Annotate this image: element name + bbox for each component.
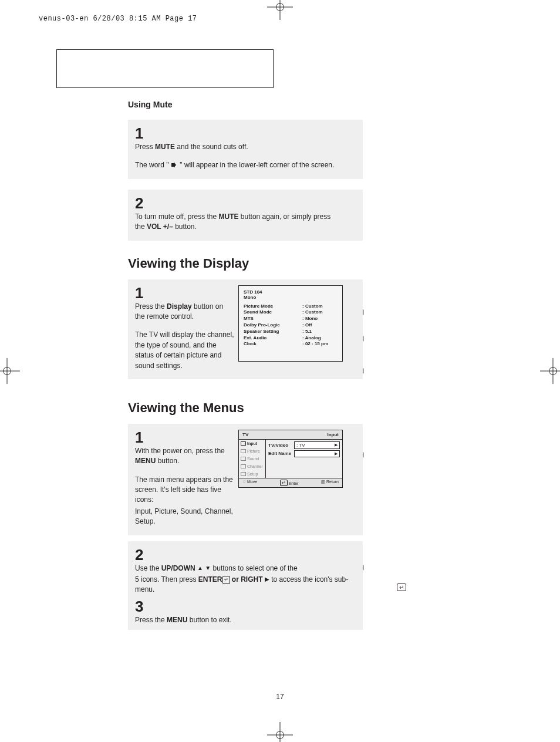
page-number: 17	[276, 693, 284, 701]
step-text: The TV will display the channel, the typ…	[135, 330, 235, 371]
tvshot-row: Dolby Pro-Logic: Off	[244, 322, 338, 329]
step-text: The main menu appears on the screen. It'…	[135, 475, 235, 505]
picture-icon	[241, 449, 246, 453]
menu-title-left: TV	[242, 432, 248, 437]
section-title-menus: Viewing the Menus	[128, 400, 363, 416]
menu-side-item: Setup	[239, 470, 265, 478]
tv-menu-screenshot: TV Input Input Picture Sound Channel Set…	[238, 430, 343, 488]
step-box: 1 Press MUTE and the sound cuts off. The…	[128, 120, 363, 179]
sound-icon	[241, 457, 246, 461]
step-box: 1 With the power on, press the MENU butt…	[128, 424, 363, 535]
step-box: 2 Use the UP/DOWN ▲ ▼ buttons to select …	[128, 541, 363, 630]
step-text: Use the UP/DOWN ▲ ▼ buttons to select on…	[135, 564, 356, 574]
crop-mark-right	[540, 358, 560, 384]
tvshot-row: Sound Mode: Custom	[244, 309, 338, 316]
menu-row: Edit Name ▶	[268, 450, 340, 457]
step-number: 1	[135, 430, 235, 445]
footer-return: ▥ Return	[321, 480, 339, 486]
right-arrow-icon: ▶	[335, 451, 338, 456]
setup-icon	[241, 472, 246, 476]
chapter-box	[56, 49, 274, 88]
tvshot-sound: Mono	[244, 295, 338, 300]
step-number: 3	[135, 599, 356, 614]
step-number: 1	[135, 285, 235, 301]
menu-side-item: Sound	[239, 455, 265, 463]
step-text: To turn mute off, press the MUTE button …	[135, 212, 335, 232]
enter-icon: ↵	[397, 584, 406, 591]
input-icon	[241, 441, 246, 446]
print-slug: venus-03-en 6/28/03 8:15 AM Page 17	[39, 15, 197, 23]
tvshot-row: Ext. Audio: Analog	[244, 335, 338, 342]
menu-sidebar: Input Picture Sound Channel Setup	[239, 440, 266, 478]
footer-move: ♢ Move	[242, 480, 257, 486]
crop-mark-top	[267, 0, 293, 20]
section-title-mute: Using Mute	[128, 100, 363, 109]
menu-side-item: Channel	[239, 463, 265, 470]
step-text: 5 icons. Then press ENTER↵ or RIGHT ▶ to…	[135, 575, 356, 595]
menu-side-item: Picture	[239, 447, 265, 455]
crop-mark-bottom	[267, 722, 293, 742]
step-text: Input, Picture, Sound, Channel, Setup.	[135, 507, 235, 527]
step-box: 2 To turn mute off, press the MUTE butto…	[128, 190, 363, 241]
tvshot-row: Clock: 02 : 15 pm	[244, 341, 338, 348]
enter-icon: ↵	[222, 576, 230, 584]
step-number: 2	[135, 195, 356, 211]
step-number: 1	[135, 126, 356, 141]
right-arrow-icon: ▶	[335, 443, 338, 447]
down-arrow-icon: ▼	[205, 564, 211, 573]
step-text: Press the Display button on the remote c…	[135, 302, 235, 322]
section-title-display: Viewing the Display	[128, 256, 363, 271]
up-arrow-icon: ▲	[197, 564, 203, 573]
channel-icon	[241, 464, 246, 468]
tvshot-row: Speaker Setting: 5.1	[244, 329, 338, 335]
step-text: The word " " will appear in the lower-le…	[135, 160, 356, 170]
menu-row: TV/Video : TV▶	[268, 441, 340, 449]
step-box: 1 Press the Display button on the remote…	[128, 279, 363, 379]
right-arrow-icon: ▶	[265, 575, 269, 584]
tvshot-row: MTS: Mono	[244, 316, 338, 322]
menu-main: TV/Video : TV▶ Edit Name ▶	[266, 440, 342, 478]
menu-title-right: Input	[327, 432, 339, 437]
tvshot-channel: STD 104	[244, 289, 338, 295]
crop-mark-left	[0, 358, 20, 384]
tv-display-screenshot: STD 104 Mono Picture Mode: Custom Sound …	[238, 285, 343, 362]
menu-side-item: Input	[239, 440, 265, 447]
step-number: 2	[135, 547, 356, 562]
tvshot-row: Picture Mode: Custom	[244, 303, 338, 310]
mute-icon	[171, 161, 178, 168]
step-text: Press the MENU button to exit.	[135, 615, 356, 625]
step-text: Press MUTE and the sound cuts off.	[135, 142, 356, 152]
footer-enter: ↵ Enter	[280, 480, 299, 486]
step-text: With the power on, press the MENU button…	[135, 446, 235, 467]
